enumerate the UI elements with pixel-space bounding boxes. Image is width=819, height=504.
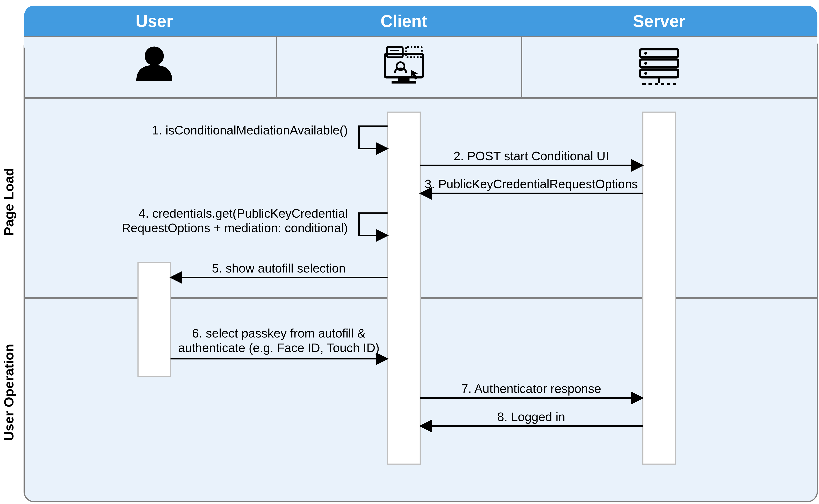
- svg-rect-2: [398, 77, 410, 81]
- label-m6a: 6. select passkey from autofill &: [192, 326, 365, 340]
- svg-point-12: [644, 52, 647, 55]
- activation-server: [643, 112, 676, 464]
- svg-point-13: [644, 62, 647, 65]
- lane-header-user: User: [135, 12, 173, 30]
- label-m6b: authenticate (e.g. Face ID, Touch ID): [178, 341, 379, 355]
- sequence-diagram: User Client Server Page Load User Operat…: [0, 0, 819, 504]
- svg-point-14: [644, 72, 647, 75]
- label-m7: 7. Authenticator response: [461, 382, 601, 396]
- svg-rect-3: [391, 81, 416, 84]
- label-m4a: 4. credentials.get(PublicKeyCredential: [139, 206, 348, 220]
- lane-header-server: Server: [633, 12, 685, 30]
- label-m5: 5. show autofill selection: [212, 261, 345, 275]
- phase-label-page-load: Page Load: [1, 168, 16, 236]
- label-m1: 1. isConditionalMediationAvailable(): [152, 123, 348, 137]
- phase-label-user-operation: User Operation: [1, 344, 16, 441]
- label-m3: 3. PublicKeyCredentialRequestOptions: [425, 177, 638, 191]
- label-m8: 8. Logged in: [497, 410, 565, 424]
- lane-header-client: Client: [380, 12, 427, 30]
- label-m4b: RequestOptions + mediation: conditional): [122, 221, 348, 235]
- activation-user: [138, 262, 170, 377]
- label-m2: 2. POST start Conditional UI: [454, 149, 609, 163]
- body-panel-top-mask: [24, 37, 817, 48]
- activation-client: [387, 112, 420, 464]
- svg-point-0: [145, 47, 164, 66]
